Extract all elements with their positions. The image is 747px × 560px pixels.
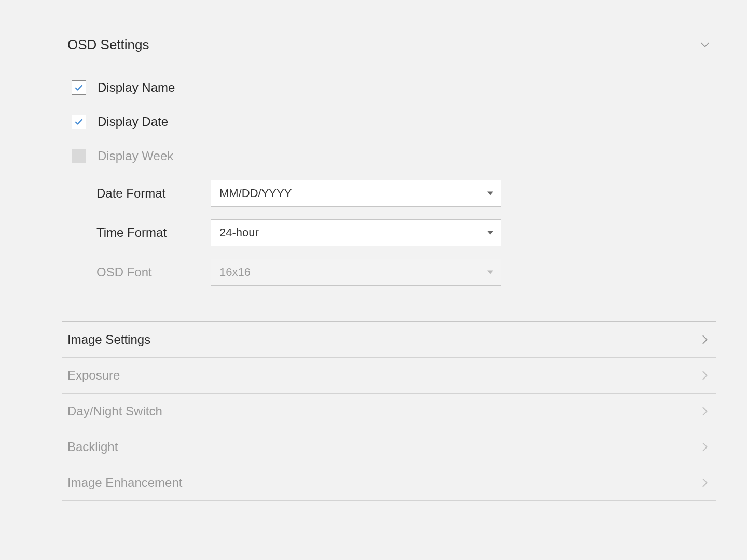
time-format-select[interactable]: 24-hour	[211, 219, 501, 246]
date-format-label: Date Format	[96, 186, 211, 201]
exposure-row[interactable]: Exposure	[62, 358, 716, 394]
caret-down-icon	[487, 271, 493, 274]
image-enhancement-row[interactable]: Image Enhancement	[62, 465, 716, 501]
display-date-label: Display Date	[98, 115, 168, 129]
chevron-right-icon	[699, 441, 711, 453]
osd-font-value: 16x16	[219, 265, 251, 279]
backlight-row[interactable]: Backlight	[62, 429, 716, 465]
display-name-label: Display Name	[98, 80, 175, 95]
exposure-label: Exposure	[67, 368, 120, 383]
time-format-value: 24-hour	[219, 226, 259, 240]
osd-font-select: 16x16	[211, 259, 501, 286]
check-icon	[74, 117, 84, 127]
display-name-checkbox[interactable]	[72, 80, 86, 95]
osd-font-label: OSD Font	[96, 265, 211, 279]
image-settings-label: Image Settings	[67, 332, 150, 347]
image-settings-row[interactable]: Image Settings	[62, 321, 716, 358]
check-icon	[74, 83, 84, 92]
date-format-select[interactable]: MM/DD/YYYY	[211, 180, 501, 207]
chevron-right-icon	[699, 370, 711, 381]
chevron-right-icon	[699, 477, 711, 488]
osd-settings-body: Display Name Display Date Display Week D…	[62, 63, 716, 321]
chevron-right-icon	[699, 405, 711, 417]
caret-down-icon	[487, 192, 493, 195]
chevron-right-icon	[699, 334, 711, 345]
osd-settings-header[interactable]: OSD Settings	[62, 26, 716, 63]
caret-down-icon	[487, 231, 493, 235]
image-enhancement-label: Image Enhancement	[67, 475, 182, 490]
display-week-checkbox	[72, 149, 86, 163]
display-week-label: Display Week	[98, 149, 173, 163]
time-format-label: Time Format	[96, 226, 211, 240]
date-format-value: MM/DD/YYYY	[219, 187, 292, 200]
day-night-switch-label: Day/Night Switch	[67, 404, 162, 418]
backlight-label: Backlight	[67, 440, 118, 454]
display-date-checkbox[interactable]	[72, 115, 86, 129]
chevron-down-icon	[699, 39, 711, 50]
osd-settings-title: OSD Settings	[67, 37, 149, 53]
day-night-switch-row[interactable]: Day/Night Switch	[62, 394, 716, 429]
